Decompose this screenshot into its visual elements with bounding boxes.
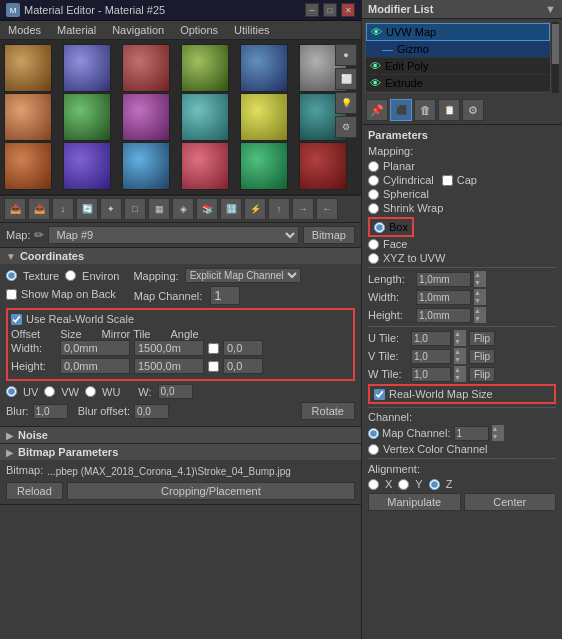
face-radio[interactable] — [368, 239, 379, 250]
vertex-color-radio[interactable] — [368, 444, 379, 455]
planar-radio[interactable] — [368, 161, 379, 172]
reload-button[interactable]: Reload — [6, 482, 63, 500]
flip-u-button[interactable]: Flip — [469, 331, 495, 346]
put-library-button[interactable]: 📚 — [196, 198, 218, 220]
noise-header[interactable]: ▶ Noise — [0, 427, 361, 443]
use-real-world-checkbox[interactable] — [11, 314, 22, 325]
maximize-button[interactable]: □ — [323, 3, 337, 17]
settings-button[interactable]: ⚙ — [462, 99, 484, 121]
menu-material[interactable]: Material — [53, 23, 100, 37]
u-tile-input[interactable] — [411, 331, 451, 346]
nav-up-button[interactable]: ↑ — [268, 198, 290, 220]
put-material-button[interactable]: 📤 — [28, 198, 50, 220]
u-tile-spin[interactable]: ▲▼ — [454, 330, 466, 346]
height-mirror-checkbox[interactable] — [208, 361, 219, 372]
material-sample-15[interactable] — [122, 142, 170, 190]
modifier-item-extrude[interactable]: 👁 Extrude — [366, 75, 550, 92]
width-offset-input[interactable] — [60, 340, 130, 356]
material-effects-button[interactable]: ✦ — [100, 198, 122, 220]
flip-w-button[interactable]: Flip — [469, 367, 495, 382]
rotate-button[interactable]: Rotate — [301, 402, 355, 420]
menu-modes[interactable]: Modes — [4, 23, 45, 37]
copy-modifier-button[interactable]: 📋 — [438, 99, 460, 121]
material-sample-14[interactable] — [63, 142, 111, 190]
width-size-input[interactable] — [134, 340, 204, 356]
xyz-to-uvw-radio[interactable] — [368, 253, 379, 264]
wu-radio[interactable] — [85, 386, 96, 397]
y-align-radio[interactable] — [398, 479, 409, 490]
flip-v-button[interactable]: Flip — [469, 349, 495, 364]
uv-radio[interactable] — [6, 386, 17, 397]
blur-offset-input[interactable] — [134, 404, 169, 419]
map-channel-input[interactable] — [210, 286, 240, 305]
z-align-radio[interactable] — [429, 479, 440, 490]
menu-navigation[interactable]: Navigation — [108, 23, 168, 37]
nav-back-button[interactable]: ← — [316, 198, 338, 220]
material-id-button[interactable]: 🔢 — [220, 198, 242, 220]
environ-radio[interactable] — [65, 270, 76, 281]
width-mirror-checkbox[interactable] — [208, 343, 219, 354]
options-button[interactable]: ⚙ — [335, 116, 357, 138]
minimize-button[interactable]: ─ — [305, 3, 319, 17]
spherical-radio[interactable] — [368, 189, 379, 200]
length-spin[interactable]: ▲▼ — [474, 271, 486, 287]
material-sample-9[interactable] — [122, 93, 170, 141]
map-channel-value-input[interactable] — [454, 426, 489, 441]
map-channel-spin[interactable]: ▲▼ — [492, 425, 504, 441]
width-angle-input[interactable] — [223, 340, 263, 356]
material-sample-7[interactable] — [4, 93, 52, 141]
menu-utilities[interactable]: Utilities — [230, 23, 273, 37]
modifier-scrollbar[interactable] — [551, 22, 559, 93]
nav-forward-button[interactable]: → — [292, 198, 314, 220]
modifier-list-scroll-icon[interactable]: ▼ — [545, 3, 556, 15]
close-button[interactable]: ✕ — [341, 3, 355, 17]
menu-options[interactable]: Options — [176, 23, 222, 37]
blur-input[interactable] — [33, 404, 68, 419]
box-radio[interactable] — [374, 222, 385, 233]
material-sample-18[interactable] — [299, 142, 347, 190]
w-tile-input[interactable] — [411, 367, 451, 382]
sample-size-button[interactable]: ⬜ — [335, 68, 357, 90]
material-sample-2[interactable] — [63, 44, 111, 92]
backlight-button[interactable]: 💡 — [335, 92, 357, 114]
modifier-item-editpoly[interactable]: 👁 Edit Poly — [366, 58, 550, 75]
height-size-input[interactable] — [134, 358, 204, 374]
material-sample-5[interactable] — [240, 44, 288, 92]
show-hardware-button[interactable]: ▦ — [148, 198, 170, 220]
cap-checkbox[interactable] — [442, 175, 453, 186]
material-sample-1[interactable] — [4, 44, 52, 92]
length-input[interactable] — [416, 272, 471, 287]
material-sample-16[interactable] — [181, 142, 229, 190]
material-sample-4[interactable] — [181, 44, 229, 92]
pencil-icon[interactable]: ✏ — [34, 228, 44, 242]
v-angle-input[interactable] — [223, 358, 263, 374]
make-unique-button[interactable]: ◈ — [172, 198, 194, 220]
bitmap-params-header[interactable]: ▶ Bitmap Parameters — [0, 444, 361, 460]
width-param-input[interactable] — [416, 290, 471, 305]
height-offset-input[interactable] — [60, 358, 130, 374]
height-param-input[interactable] — [416, 308, 471, 323]
reset-button[interactable]: 🔄 — [76, 198, 98, 220]
texture-radio[interactable] — [6, 270, 17, 281]
bitmap-button[interactable]: Bitmap — [303, 226, 355, 244]
v-tile-input[interactable] — [411, 349, 451, 364]
w-tile-spin[interactable]: ▲▼ — [454, 366, 466, 382]
material-sample-8[interactable] — [63, 93, 111, 141]
modifier-item-uvwmap[interactable]: 👁 UVW Map — [366, 23, 550, 41]
cylindrical-radio[interactable] — [368, 175, 379, 186]
vw-radio[interactable] — [44, 386, 55, 397]
mapping-select[interactable]: Explicit Map Channel — [185, 268, 301, 283]
height-spin[interactable]: ▲▼ — [474, 307, 486, 323]
get-material-button[interactable]: 📥 — [4, 198, 26, 220]
delete-modifier-button[interactable]: 🗑 — [414, 99, 436, 121]
active-modifier-button[interactable]: ⬛ — [390, 99, 412, 121]
material-sample-11[interactable] — [240, 93, 288, 141]
assign-button[interactable]: ↓ — [52, 198, 74, 220]
material-sample-3[interactable] — [122, 44, 170, 92]
coordinates-header[interactable]: ▼ Coordinates — [0, 248, 361, 264]
v-tile-spin[interactable]: ▲▼ — [454, 348, 466, 364]
w-input[interactable] — [158, 384, 193, 399]
center-button[interactable]: Center — [464, 493, 557, 511]
material-sample-13[interactable] — [4, 142, 52, 190]
pin-button[interactable]: 📌 — [366, 99, 388, 121]
